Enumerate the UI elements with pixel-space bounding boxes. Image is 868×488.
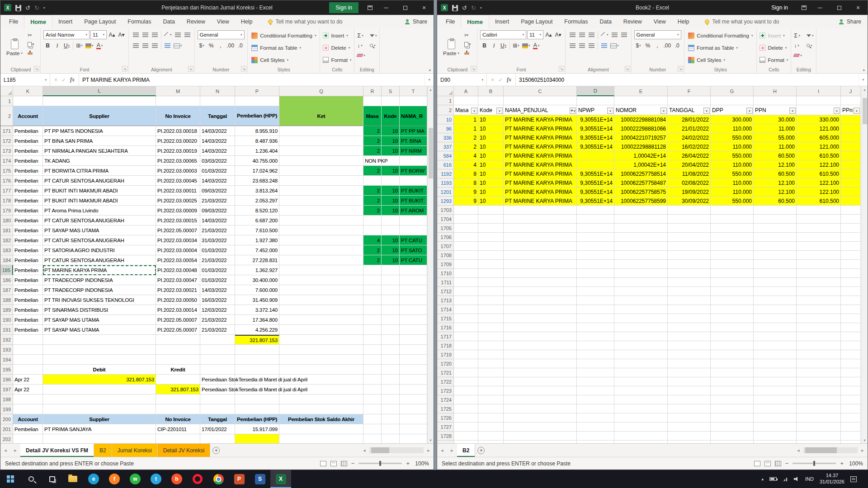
cell-R186[interactable] bbox=[363, 275, 382, 285]
cell-D2[interactable]: NPWP▾ bbox=[577, 105, 614, 115]
cell-M197[interactable]: 321.807.153 bbox=[156, 385, 200, 394]
cell-K2[interactable]: Account bbox=[13, 106, 43, 126]
cell-Q178[interactable] bbox=[279, 196, 363, 206]
cell-H584[interactable]: 60.500 bbox=[754, 151, 797, 160]
cell-Q185[interactable] bbox=[279, 265, 363, 275]
ribbon-tab-insert[interactable]: Insert bbox=[52, 15, 78, 28]
cell-D337[interactable]: 9,30551E+14 bbox=[577, 142, 614, 151]
cell-T173[interactable]: PT NIRM bbox=[400, 146, 427, 156]
cell-I1727[interactable] bbox=[797, 422, 841, 432]
cell-F336[interactable]: 24/02/2022 bbox=[668, 133, 711, 142]
row-header-1708[interactable]: 1708 bbox=[437, 251, 454, 260]
cell-J1714[interactable] bbox=[841, 305, 861, 314]
cell-G1715[interactable] bbox=[711, 314, 754, 323]
cell-D1712[interactable] bbox=[577, 287, 614, 296]
cell-F1714[interactable] bbox=[668, 305, 711, 314]
clipboard-dialog-launcher-icon[interactable]: ↘ bbox=[34, 66, 39, 71]
cell-A1719[interactable] bbox=[454, 350, 478, 359]
cell-G1714[interactable] bbox=[711, 305, 754, 314]
cell-M199[interactable] bbox=[156, 404, 200, 414]
comma-style-button[interactable]: , bbox=[217, 41, 225, 50]
cell-A1712[interactable] bbox=[454, 287, 478, 296]
save-icon[interactable] bbox=[452, 5, 458, 11]
sharex-taskbar-button[interactable]: S bbox=[250, 470, 270, 488]
cell-C1707[interactable] bbox=[504, 242, 577, 251]
increase-indent-button[interactable] bbox=[620, 30, 628, 39]
number-dialog-launcher-icon[interactable]: ↘ bbox=[241, 66, 246, 71]
font-name-select[interactable]: Arial Narrow▾ bbox=[43, 30, 90, 39]
ribbon-tab-formulas[interactable]: Formulas bbox=[122, 15, 157, 28]
cell-A1726[interactable] bbox=[454, 413, 478, 422]
cell-I1706[interactable] bbox=[797, 233, 841, 242]
cells-insert-button[interactable]: Insert▾ bbox=[323, 30, 351, 41]
cell-T177[interactable]: PT BUKIT bbox=[400, 186, 427, 196]
cell-A1714[interactable] bbox=[454, 305, 478, 314]
cell-N196[interactable]: Persediaan StokTersedia di Maret di jual… bbox=[200, 375, 235, 385]
cell-S190[interactable] bbox=[382, 315, 400, 325]
cell-J1715[interactable] bbox=[841, 314, 861, 323]
cell-K173[interactable]: Pembelian bbox=[13, 146, 43, 156]
cell-D616[interactable] bbox=[577, 160, 614, 169]
cell-P175[interactable]: 17.024.962 bbox=[235, 166, 279, 176]
cell-Q1[interactable] bbox=[279, 96, 363, 106]
cell-T200[interactable] bbox=[400, 414, 427, 424]
cell-A1708[interactable] bbox=[454, 251, 478, 260]
column-header-L[interactable]: L bbox=[43, 86, 156, 96]
cell-J584[interactable] bbox=[841, 151, 861, 160]
cell-Q190[interactable] bbox=[279, 315, 363, 325]
cell-E337[interactable]: 100022298881128 bbox=[614, 142, 668, 151]
cell-P182[interactable]: 1.927.380 bbox=[235, 235, 279, 245]
cell-L185[interactable]: PT MARINE KARYA PRIMA bbox=[43, 265, 156, 275]
vertical-scrollbar[interactable]: ▲ ▼ bbox=[861, 86, 868, 443]
cell-K171[interactable]: Pembelian bbox=[13, 126, 43, 136]
cell-M200[interactable]: No Invoice bbox=[156, 414, 200, 424]
cell-F1201[interactable]: 19/09/2022 bbox=[668, 188, 711, 197]
cell-P1[interactable] bbox=[235, 96, 279, 106]
cells-format-button[interactable]: Format▾ bbox=[760, 55, 788, 65]
fill-color-button[interactable]: ▾ bbox=[85, 41, 94, 50]
cell-A2[interactable]: Masa▾ bbox=[454, 105, 478, 115]
horizontal-scrollbar-thumb[interactable] bbox=[371, 447, 389, 453]
cell-C1720[interactable] bbox=[504, 359, 577, 368]
sign-in-button[interactable]: Sign in bbox=[329, 2, 359, 13]
cell-E96[interactable]: 100022298881066 bbox=[614, 124, 668, 133]
cell-D1726[interactable] bbox=[577, 413, 614, 422]
orientation-button[interactable]: ▾ bbox=[600, 30, 609, 39]
cell-A1724[interactable] bbox=[454, 395, 478, 404]
underline-button[interactable]: U▾ bbox=[62, 41, 71, 50]
ribbon-tab-home[interactable]: Home bbox=[24, 15, 52, 28]
italic-button[interactable]: I bbox=[53, 41, 61, 50]
cell-B1703[interactable] bbox=[478, 206, 504, 215]
hscroll-left-icon[interactable]: ◄ bbox=[793, 444, 803, 457]
cell-M188[interactable]: PI.2022.03.00050 bbox=[156, 295, 200, 305]
cell-F1708[interactable] bbox=[668, 251, 711, 260]
firefox-taskbar-button[interactable]: f bbox=[104, 470, 125, 488]
align-bottom-button[interactable] bbox=[587, 30, 596, 39]
cell-styles-button[interactable]: Cell Styles▾ bbox=[250, 55, 317, 65]
cell-H337[interactable]: 11.000 bbox=[754, 142, 797, 151]
powerpoint-taskbar-button[interactable]: P bbox=[229, 470, 250, 488]
cell-H1723[interactable] bbox=[754, 386, 797, 395]
filter-button-F[interactable]: ▾ bbox=[703, 108, 710, 114]
cell-F1713[interactable] bbox=[668, 296, 711, 305]
cell-L179[interactable]: PT Aroma Prima Livindo bbox=[43, 206, 156, 216]
cell-N186[interactable]: 01/03/2022 bbox=[200, 275, 235, 285]
row-header-1713[interactable]: 1713 bbox=[437, 296, 454, 305]
column-header-R[interactable]: R bbox=[363, 86, 382, 96]
cell-C2[interactable]: NAMA_PENJUAL▾ bbox=[504, 105, 577, 115]
cell-D1293[interactable]: 9,30551E+14 bbox=[577, 197, 614, 206]
cell-A1707[interactable] bbox=[454, 242, 478, 251]
cell-K192[interactable] bbox=[13, 335, 43, 345]
row-header-182[interactable]: 182 bbox=[0, 235, 13, 245]
ribbon-tab-page-layout[interactable]: Page Layout bbox=[78, 15, 122, 28]
grow-font-button[interactable]: A▴ bbox=[544, 30, 553, 39]
cell-B1728[interactable] bbox=[478, 432, 504, 441]
cell-D1709[interactable] bbox=[577, 260, 614, 269]
cell-G337[interactable]: 110.000 bbox=[711, 142, 754, 151]
cell-H10[interactable]: 30.000 bbox=[754, 115, 797, 124]
row-header-1705[interactable]: 1705 bbox=[437, 224, 454, 233]
formula-bar-expand-icon[interactable]: ▾ bbox=[425, 74, 434, 86]
borders-button[interactable]: ⊞▾ bbox=[75, 41, 84, 50]
row-header-1716[interactable]: 1716 bbox=[437, 323, 454, 332]
cell-M182[interactable]: PI.2022.03.00034 bbox=[156, 235, 200, 245]
